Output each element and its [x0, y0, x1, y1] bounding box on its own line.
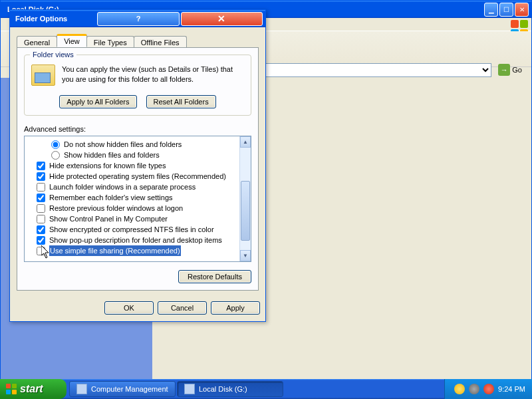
clock: 9:24 PM — [498, 385, 525, 393]
computer-management-icon — [76, 384, 87, 394]
close-button[interactable]: ✕ — [515, 3, 529, 17]
ok-button[interactable]: OK — [104, 301, 154, 315]
advanced-settings-list[interactable]: Do not show hidden files and folders Sho… — [24, 136, 251, 262]
checkbox-input[interactable] — [37, 183, 45, 192]
check-hide-extensions[interactable]: Hide extensions for known file types — [37, 160, 249, 171]
start-label: start — [20, 383, 43, 395]
address-combo[interactable] — [265, 63, 491, 77]
radio-input[interactable] — [51, 151, 60, 160]
checkbox-input[interactable] — [37, 194, 45, 202]
task-local-disk[interactable]: Local Disk (G:) — [177, 381, 283, 397]
radio-do-not-show-hidden[interactable]: Do not show hidden files and folders — [37, 139, 249, 150]
tab-content: Folder views You can apply the view (suc… — [17, 47, 259, 291]
go-label: Go — [512, 66, 522, 74]
task-label: Computer Management — [91, 385, 168, 393]
check-remember-view-settings[interactable]: Remember each folder's view settings — [37, 192, 249, 203]
go-arrow-icon: → — [498, 64, 510, 76]
cancel-button[interactable]: Cancel — [158, 301, 207, 315]
scroll-track[interactable] — [240, 148, 251, 250]
reset-all-folders-button[interactable]: Reset All Folders — [146, 95, 216, 108]
checkbox-input[interactable] — [37, 225, 45, 234]
tab-offline-files[interactable]: Offline Files — [134, 36, 187, 48]
checkbox-input[interactable] — [37, 162, 45, 170]
apply-button[interactable]: Apply — [211, 301, 260, 315]
address-bar-row: → Go — [265, 63, 525, 77]
dialog-titlebar[interactable]: Folder Options ? ✕ — [10, 10, 265, 27]
folder-views-text: You can apply the view (such as Details … — [62, 65, 233, 84]
check-show-popup-description[interactable]: Show pop-up description for folder and d… — [37, 235, 249, 245]
checkbox-input[interactable] — [37, 172, 45, 181]
folder-views-group: Folder views You can apply the view (suc… — [24, 55, 251, 116]
scroll-thumb[interactable] — [241, 181, 250, 241]
apply-to-all-folders-button[interactable]: Apply to All Folders — [59, 95, 136, 108]
security-shield-icon[interactable] — [454, 384, 465, 394]
tab-view[interactable]: View — [57, 34, 87, 47]
checkbox-input[interactable] — [37, 215, 45, 223]
checkbox-input[interactable] — [37, 204, 45, 213]
restore-defaults-button[interactable]: Restore Defaults — [178, 270, 251, 283]
drive-icon — [184, 384, 195, 394]
checkbox-input[interactable] — [37, 236, 45, 245]
taskbar-tasks: Computer Management Local Disk (G:) — [66, 379, 444, 399]
check-show-control-panel[interactable]: Show Control Panel in My Computer — [37, 213, 249, 224]
system-tray[interactable]: 9:24 PM — [444, 379, 532, 399]
folder-views-legend: Folder views — [30, 51, 76, 59]
scroll-down-button[interactable]: ▼ — [240, 250, 251, 261]
maximize-button[interactable]: ☐ — [499, 3, 513, 17]
start-button[interactable]: start — [0, 379, 66, 399]
task-computer-management[interactable]: Computer Management — [69, 381, 176, 397]
go-button[interactable]: → Go — [495, 63, 525, 77]
advanced-settings-label: Advanced settings: — [24, 125, 251, 133]
help-button[interactable]: ? — [97, 12, 179, 26]
checkbox-input[interactable] — [37, 247, 45, 255]
tab-strip: General View File Types Offline Files — [17, 33, 259, 47]
check-launch-separate-process[interactable]: Launch folder windows in a separate proc… — [37, 182, 249, 192]
check-simple-file-sharing[interactable]: Use simple file sharing (Recommended) — [37, 245, 249, 256]
task-label: Local Disk (G:) — [199, 385, 247, 393]
check-hide-protected-os-files[interactable]: Hide protected operating system files (R… — [37, 171, 249, 182]
folder-views-icon — [31, 65, 55, 86]
dialog-close-button[interactable]: ✕ — [181, 12, 263, 26]
tray-icon[interactable] — [469, 384, 479, 394]
check-restore-previous-windows[interactable]: Restore previous folder windows at logon — [37, 203, 249, 213]
scroll-up-button[interactable]: ▲ — [240, 136, 251, 148]
dialog-title: Folder Options — [15, 15, 96, 23]
taskbar: start Computer Management Local Disk (G:… — [0, 379, 532, 399]
tab-file-types[interactable]: File Types — [86, 36, 134, 48]
radio-show-hidden[interactable]: Show hidden files and folders — [37, 150, 249, 160]
scrollbar[interactable]: ▲ ▼ — [239, 136, 251, 261]
tray-alert-icon[interactable] — [483, 384, 494, 394]
start-logo-icon — [5, 383, 17, 395]
minimize-button[interactable]: ▁ — [484, 3, 498, 17]
folder-options-dialog: Folder Options ? ✕ General View File Typ… — [9, 9, 266, 322]
check-show-ntfs-color[interactable]: Show encrypted or compressed NTFS files … — [37, 224, 249, 235]
tab-general[interactable]: General — [17, 36, 57, 48]
radio-input[interactable] — [51, 140, 60, 149]
